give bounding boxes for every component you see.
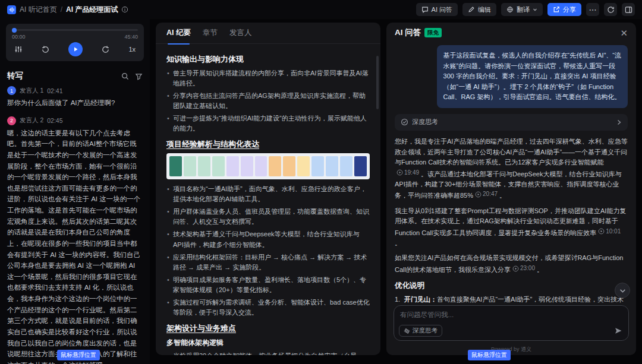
diagram-node [326,156,338,176]
chat-icon [421,6,429,13]
user-message-bubble: 基于这段面试复盘，候选人的自我介绍存在“先传统后 AI”、“流水账”的问题。请你… [437,45,628,108]
forward-icon[interactable] [101,45,110,54]
free-badge: 限免 [424,28,442,37]
summary-bullet: 明确项目成果如服务客户数量、盈利增长、落地项目数（5个）、专家智能体规模（20+… [166,275,370,295]
more-button[interactable]: ⋯ [586,3,599,16]
entry-text: 那你为什么后面做了 AI产品经理啊? [7,97,143,109]
edit-button-label: 编辑 [478,5,491,14]
page-title: AI 产品经理面试 [66,5,118,15]
breadcrumb-home[interactable]: AI 听记首页 [20,5,57,15]
summary-heading: 项目经验解析与结构化表达 [166,139,370,150]
top-bar: AI 听记首页 / AI 产品经理面试 AI 问答 编辑 翻译 [0,0,642,19]
summary-tabs: AI 纪要章节发言人 [156,23,380,44]
summary-bullet: 分享内容包括主流问答产品的AG架构原理及知识库实施流程，帮助团队建立基础认知。 [166,91,370,111]
summary-content: 知识输出与影响力体现曾主导开展知识库搭建流程的内部分享，面向非AI背景同事普及A… [156,44,380,355]
edit-button[interactable]: 编辑 [462,3,496,16]
diagram-node [226,156,239,176]
ai-qa-button-label: AI 问答 [432,5,452,14]
diagram-node [184,156,196,176]
transcript-entry[interactable]: 1发言人 102:41那你为什么后面做了 AI产品经理啊? [7,86,143,109]
speaker-badge: 1 [7,86,16,95]
timestamp-link[interactable]: 10:01 [598,227,621,236]
layout-panel-button[interactable] [622,3,635,16]
deep-think-collapse[interactable]: 深度思考 [395,114,628,131]
summary-bullet: 项目名称为“一通AI助手”，面向气象、水利、应急行业的政企客户，提供本地化部署的… [166,184,370,204]
current-time: 00:00 [12,34,26,40]
qa-title: AI 问答 [395,27,421,38]
translate-button-label: 翻译 [517,5,530,14]
entry-time[interactable]: 02:45 [47,117,62,124]
breadcrumb-separator: / [61,5,62,14]
summary-panel: AI 纪要章节发言人 知识输出与影响力体现曾主导开展知识库搭建流程的内部分享，面… [156,23,380,355]
share-button-label: 分享 [563,5,576,14]
diagram-node [169,156,182,176]
timestamp-link[interactable]: 23:00 [512,264,535,273]
diagram-node [340,156,353,176]
rewind-icon[interactable] [41,45,50,54]
qa-answer: 您好，我是专注于AI产品落地的B端产品经理，过去四年深耕气象、水利、应急等政企领… [395,137,628,275]
chevron-down-icon [533,7,537,12]
diagram-node [354,156,367,176]
refresh-button[interactable] [604,3,617,16]
timestamp-link[interactable]: 20:47 [475,189,498,199]
atom-icon [404,328,410,334]
equalizer-icon[interactable] [14,45,23,53]
timestamp-link[interactable]: 19:49 [396,168,419,178]
transcript-list: 1发言人 102:41那你为什么后面做了 AI产品经理啊?2发言人 202:45… [0,86,150,364]
app-logo-icon [7,5,16,14]
deep-think-label: 深度思考 [412,118,438,126]
transcript-title: 转写 [7,71,23,81]
entry-time[interactable]: 02:41 [47,87,62,94]
playback-speed[interactable]: 1x [128,46,136,53]
play-button[interactable] [68,42,83,56]
deep-think-toggle-label: 深度思考 [413,327,438,335]
summary-bullet: 应采用结构化框架回答：目标用户 → 核心痛点 → 解决方案 → 技术路径 → 成… [166,252,370,273]
question-input[interactable] [400,311,622,325]
close-icon[interactable]: ✕ [620,29,628,37]
chevron-right-icon [616,119,622,125]
summary-heading: 架构设计与业务难点 [166,323,370,334]
tab-发言人[interactable]: 发言人 [229,28,252,38]
diagram-node [311,156,324,176]
share-button[interactable]: 分享 [547,3,581,16]
ai-qa-button[interactable]: AI 问答 [416,3,458,16]
entry-text: 嗯，这边的话主要是有以下几个点去考虑吧。首先第一个，目前的话AI整个市场它既是处… [7,128,143,364]
progress-handle[interactable] [12,28,17,33]
answer-paragraph: 如果您关注AI产品如何在高合规场景实现规模交付，或希望探讨RAG与Functio… [395,253,628,275]
tab-章节[interactable]: 章节 [203,28,218,38]
diagram-node [255,156,268,176]
filter-icon[interactable] [135,72,143,80]
send-button[interactable] [614,327,622,335]
powered-by: Powered by 通义 [386,346,636,353]
scroll-to-bottom-button[interactable] [615,283,630,298]
audio-player: 00:00 45:40 1x [6,24,144,61]
summary-subheading: 多智能体架构逻辑 [166,338,370,348]
diagram-node [212,156,225,176]
optimization-title: 优化说明 [395,281,628,291]
search-icon[interactable] [121,72,129,80]
qa-panel: AI 问答 限免 ✕ 基于这段面试复盘，候选人的自我介绍存在“先传统后 AI”、… [386,23,636,355]
summary-bullet: 技术架构基于通义千问与Deepseek等大模型，结合行业知识库与API插件，构建… [166,229,370,249]
speaker-name: 发言人 1 [20,87,43,95]
qa-header: AI 问答 限免 ✕ [386,23,636,43]
check-circle-icon [401,118,408,126]
scrollbar-thumb[interactable] [376,56,379,109]
architecture-diagram-image[interactable] [166,153,370,179]
speaker-name: 发言人 2 [20,116,43,125]
deep-think-toggle[interactable]: 深度思考 [399,325,442,337]
transcript-entry[interactable]: 2发言人 202:45嗯，这边的话主要是有以下几个点去考虑吧。首先第一个，目前的… [7,116,143,364]
qa-footer: 深度思考 Powered by 通义 [386,304,636,355]
tab-AI 纪要[interactable]: AI 纪要 [166,28,191,38]
pencil-icon [468,6,475,13]
speaker-badge: 2 [7,116,16,125]
diagram-node [297,156,310,176]
translate-button[interactable]: 翻译 [501,3,543,16]
total-time: 45:40 [124,34,138,40]
mouse-hover-tooltip: 鼠标悬浮位置 [468,350,511,360]
progress-bar[interactable] [12,29,138,31]
question-input-box[interactable]: 深度思考 [394,305,629,341]
diagram-node [283,156,295,176]
globe-icon [506,6,514,13]
transcript-header: 转写 [0,64,150,86]
info-icon[interactable] [121,6,128,13]
